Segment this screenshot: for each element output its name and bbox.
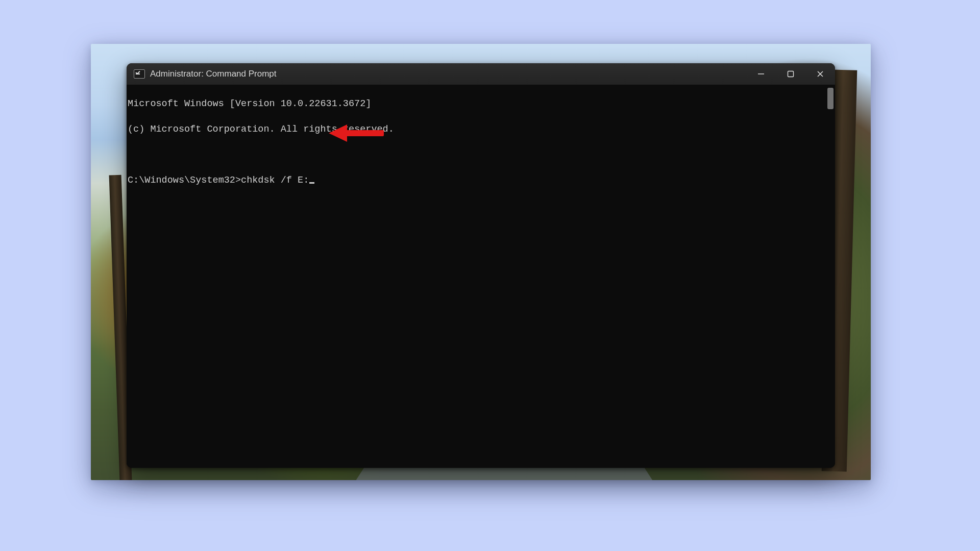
cmd-icon	[134, 69, 145, 79]
close-icon	[817, 70, 824, 78]
banner-line-1: Microsoft Windows [Version 10.0.22631.36…	[127, 97, 835, 110]
titlebar[interactable]: Administrator: Command Prompt	[127, 63, 835, 85]
close-button[interactable]	[805, 63, 835, 85]
command-prompt-window[interactable]: Administrator: Command Prompt	[127, 63, 835, 468]
minimize-button[interactable]	[746, 63, 776, 85]
maximize-button[interactable]	[776, 63, 805, 85]
prompt-line: C:\Windows\System32>chkdsk /f E:	[127, 174, 835, 187]
banner-line-2: (c) Microsoft Corporation. All rights re…	[127, 123, 835, 136]
typed-command: chkdsk /f E:	[241, 175, 309, 186]
minimize-icon	[757, 70, 765, 78]
prompt-path: C:\Windows\System32>	[128, 175, 241, 186]
page-background: Administrator: Command Prompt	[0, 0, 980, 551]
terminal-area[interactable]: Microsoft Windows [Version 10.0.22631.36…	[127, 85, 835, 468]
window-title: Administrator: Command Prompt	[150, 69, 277, 79]
blank-line	[127, 148, 835, 161]
screenshot-frame: Administrator: Command Prompt	[91, 44, 871, 480]
maximize-icon	[787, 70, 794, 78]
svg-rect-0	[758, 73, 764, 74]
svg-rect-1	[788, 71, 794, 77]
text-cursor	[309, 182, 314, 184]
scrollbar-thumb[interactable]	[827, 88, 834, 109]
